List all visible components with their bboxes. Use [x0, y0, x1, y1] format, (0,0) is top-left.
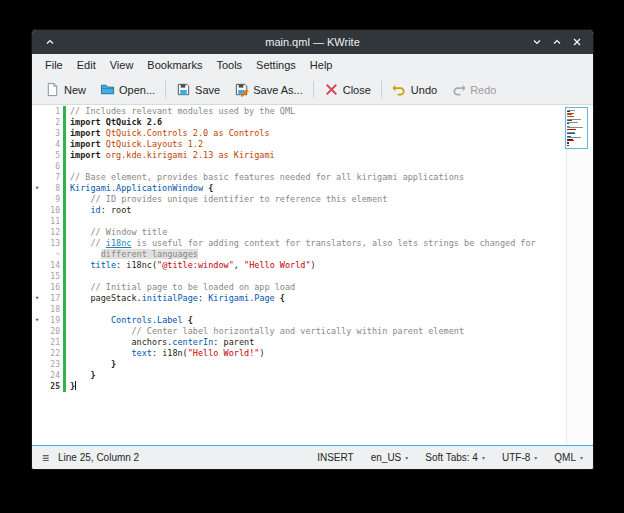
- close-button[interactable]: [572, 37, 582, 47]
- code-line[interactable]: 16 // Initial page to be loaded on app l…: [32, 282, 593, 293]
- save-icon: [176, 82, 191, 97]
- code-line[interactable]: ▾8Kirigami.ApplicationWindow {: [32, 183, 593, 194]
- statusbar-widget-label: en_US: [371, 452, 402, 463]
- code-line[interactable]: 9 // ID provides unique identifier to re…: [32, 194, 593, 205]
- code-text: // ID provides unique identifier to refe…: [66, 194, 387, 205]
- hamburger-menu-icon[interactable]: ≡: [42, 453, 49, 463]
- toolbar-separator: [165, 81, 166, 98]
- fold-marker-icon[interactable]: ▾: [32, 293, 42, 304]
- close-document-button[interactable]: Close: [317, 79, 378, 100]
- code-line[interactable]: 5import org.kde.kirigami 2.13 as Kirigam…: [32, 150, 593, 161]
- line-number: 8: [42, 183, 63, 194]
- fold-gutter: [32, 260, 42, 271]
- code-text: }: [66, 381, 76, 392]
- fold-gutter: [32, 271, 42, 282]
- code-line[interactable]: 23 }: [32, 359, 593, 370]
- code-line[interactable]: 3import QtQuick.Controls 2.0 as Controls: [32, 128, 593, 139]
- menu-view[interactable]: View: [103, 57, 141, 73]
- keep-above-button[interactable]: [45, 33, 55, 51]
- titlebar[interactable]: main.qml — KWrite: [32, 30, 593, 54]
- code-line[interactable]: 4import QtQuick.Layouts 1.2: [32, 139, 593, 150]
- window-title: main.qml — KWrite: [32, 36, 593, 48]
- save-as-button[interactable]: Save As...: [227, 79, 310, 100]
- line-number: 23: [42, 359, 63, 370]
- statusbar-utf-8[interactable]: UTF-8▾: [502, 452, 537, 463]
- fold-gutter: [32, 337, 42, 348]
- code-line[interactable]: 21 anchors.centerIn: parent: [32, 337, 593, 348]
- menu-file[interactable]: File: [38, 57, 70, 73]
- scrollbar-track[interactable]: [566, 105, 593, 445]
- menu-help[interactable]: Help: [303, 57, 340, 73]
- save-button[interactable]: Save: [169, 79, 227, 100]
- code-line[interactable]: 20 // Center label horizontally and vert…: [32, 326, 593, 337]
- fold-gutter: [32, 194, 42, 205]
- code-line[interactable]: 14 title: i18nc("@title:window", "Hello …: [32, 260, 593, 271]
- statusbar-qml[interactable]: QML▾: [554, 452, 583, 463]
- code-line[interactable]: 13 // i18nc is useful for adding context…: [32, 238, 593, 249]
- undo-button[interactable]: Undo: [385, 79, 444, 100]
- line-number: 18: [42, 304, 63, 315]
- code-line[interactable]: 11: [32, 216, 593, 227]
- code-text: [66, 161, 70, 172]
- toolbar-separator: [381, 81, 382, 98]
- code-line[interactable]: 7// Base element, provides basic feature…: [32, 172, 593, 183]
- undo-icon: [392, 82, 407, 97]
- statusbar-en-us[interactable]: en_US▾: [371, 452, 409, 463]
- fold-gutter: [32, 150, 42, 161]
- kwrite-window: main.qml — KWrite FileEditViewBookmarksT…: [31, 29, 594, 470]
- code-line[interactable]: 10 id: root: [32, 205, 593, 216]
- statusbar-widget-label: INSERT: [317, 452, 354, 463]
- chevron-down-icon: ▾: [534, 454, 537, 461]
- code-text: import QtQuick.Controls 2.0 as Controls: [66, 128, 270, 139]
- cursor-position[interactable]: Line 25, Column 2: [58, 452, 139, 463]
- toolbar-button-label: Open...: [119, 84, 155, 96]
- code-line[interactable]: 15: [32, 271, 593, 282]
- fold-gutter: [32, 128, 42, 139]
- fold-marker-icon[interactable]: ▾: [32, 183, 42, 194]
- code-line[interactable]: 2import QtQuick 2.6: [32, 117, 593, 128]
- fold-gutter: [32, 238, 42, 249]
- open-folder-button[interactable]: Open...: [93, 79, 162, 100]
- code-line[interactable]: 12 // Window title: [32, 227, 593, 238]
- new-document-button[interactable]: New: [38, 79, 93, 100]
- minimap[interactable]: [565, 107, 588, 149]
- chevron-down-icon: ▾: [482, 454, 485, 461]
- code-line[interactable]: 24 }: [32, 370, 593, 381]
- line-number: 25: [42, 381, 63, 392]
- statusbar-widget-label: UTF-8: [502, 452, 530, 463]
- menu-settings[interactable]: Settings: [249, 57, 303, 73]
- statusbar-insert[interactable]: INSERT: [317, 452, 354, 463]
- code-line[interactable]: 25}: [32, 381, 593, 392]
- redo-icon: [451, 82, 466, 97]
- code-line[interactable]: 6: [32, 161, 593, 172]
- fold-gutter: [32, 348, 42, 359]
- code-line[interactable]: 22 text: i18n("Hello World!"): [32, 348, 593, 359]
- menu-bar: FileEditViewBookmarksToolsSettingsHelp: [32, 54, 593, 75]
- code-line[interactable]: ▾17 pageStack.initialPage: Kirigami.Page…: [32, 293, 593, 304]
- fold-marker-icon[interactable]: ▾: [32, 315, 42, 326]
- code-line[interactable]: 18: [32, 304, 593, 315]
- line-number: 4: [42, 139, 63, 150]
- code-text: }: [66, 370, 96, 381]
- fold-gutter: [32, 381, 42, 392]
- minimap-line: [567, 116, 574, 117]
- menu-tools[interactable]: Tools: [209, 57, 249, 73]
- code-line[interactable]: ↪ different languages: [32, 249, 593, 260]
- close-icon: [572, 37, 582, 47]
- code-line[interactable]: ▾19 Controls.Label {: [32, 315, 593, 326]
- toolbar-button-label: Redo: [470, 84, 496, 96]
- code-text: [66, 271, 70, 282]
- fold-gutter: [32, 106, 42, 117]
- statusbar-soft-tabs-4[interactable]: Soft Tabs: 4▾: [425, 452, 485, 463]
- fold-gutter: [32, 205, 42, 216]
- new-document-icon: [45, 82, 60, 97]
- code-line[interactable]: 1// Includes relevant modules used by th…: [32, 106, 593, 117]
- menu-edit[interactable]: Edit: [70, 57, 103, 73]
- minimize-button[interactable]: [532, 37, 542, 47]
- redo-button: Redo: [444, 79, 503, 100]
- editor[interactable]: 1// Includes relevant modules used by th…: [32, 105, 593, 446]
- maximize-button[interactable]: [552, 37, 562, 47]
- wrap-indicator-icon: ↪: [42, 249, 63, 260]
- menu-bookmarks[interactable]: Bookmarks: [140, 57, 209, 73]
- fold-gutter: [32, 359, 42, 370]
